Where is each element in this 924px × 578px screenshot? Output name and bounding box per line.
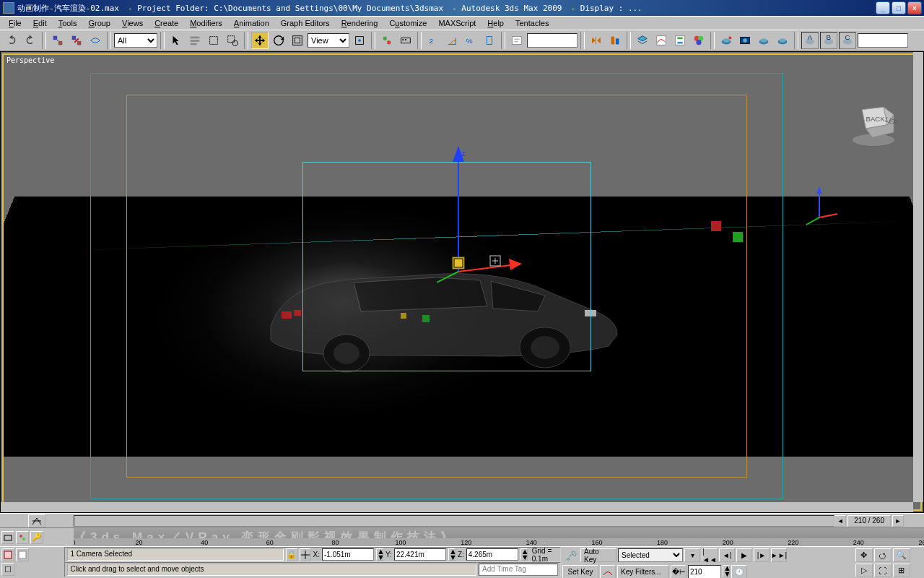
pan-view-button[interactable]: ✥ — [855, 548, 873, 562]
reactor-a-button[interactable]: A — [801, 32, 819, 49]
prev-frame-button[interactable]: ◄| — [719, 548, 735, 562]
ref-coord-dropdown[interactable]: View — [308, 33, 349, 48]
trackbar-key-button[interactable]: 🔑 — [30, 531, 43, 544]
viewport-scroll-v[interactable] — [913, 52, 923, 502]
zoom-extents-button[interactable]: ⛶ — [874, 564, 892, 577]
select-object-button[interactable] — [167, 32, 185, 49]
zoom-button[interactable]: 🔍 — [893, 548, 910, 562]
viewport-scroll-h[interactable] — [1, 502, 913, 512]
layer-manager-button[interactable] — [634, 32, 651, 49]
key-filters-button[interactable]: Key Filters... — [617, 565, 669, 578]
lock-selection-button[interactable]: 🔒 — [286, 548, 297, 561]
align-button[interactable] — [606, 32, 624, 49]
macro-recorder-button[interactable] — [16, 548, 29, 561]
curve-editor-button[interactable] — [653, 32, 670, 49]
menu-rendering[interactable]: Rendering — [337, 17, 383, 29]
undo-button[interactable] — [3, 32, 20, 49]
rotate-button[interactable] — [270, 32, 287, 49]
y-coord-input[interactable] — [394, 548, 446, 561]
trackbar-strip[interactable]: 《3ds Max／VRay 变形金刚影视效果制作技法》 020406080100… — [74, 528, 924, 546]
unlink-button[interactable] — [68, 32, 85, 49]
key-mode-toggle-button[interactable]: �⊢ — [671, 565, 687, 578]
selection-filter-dropdown[interactable]: All — [114, 33, 157, 48]
goto-start-button[interactable]: |◄◄ — [702, 548, 718, 562]
redo-button[interactable] — [22, 32, 39, 49]
menu-views[interactable]: Views — [118, 17, 147, 29]
timeslider-toggle-button[interactable] — [28, 514, 45, 527]
z-spinner[interactable]: ▲▼ — [520, 548, 528, 561]
menu-tentacles[interactable]: Tentacles — [511, 17, 553, 29]
time-slider-next[interactable]: ► — [892, 515, 904, 527]
render-last-button[interactable] — [774, 32, 791, 49]
menu-modifiers[interactable]: Modifiers — [186, 17, 227, 29]
close-button[interactable]: × — [907, 1, 922, 14]
next-frame-button[interactable]: |► — [754, 548, 770, 562]
menu-tools[interactable]: Tools — [54, 17, 82, 29]
keyboard-shortcut-button[interactable] — [397, 32, 414, 49]
material-editor-button[interactable] — [690, 32, 707, 49]
scale-button[interactable] — [289, 32, 306, 49]
mirror-button[interactable] — [588, 32, 605, 49]
time-config-button[interactable]: 🕘 — [731, 565, 747, 578]
x-coord-input[interactable] — [322, 548, 374, 561]
reactor-b-button[interactable]: B — [820, 32, 837, 49]
select-by-name-button[interactable] — [186, 32, 204, 49]
key-tangent-button[interactable] — [600, 565, 616, 578]
menu-create[interactable]: Create — [150, 17, 183, 29]
menu-group[interactable]: Group — [84, 17, 115, 29]
trackbar-filter-button[interactable] — [16, 531, 29, 544]
maxscript-listener-button[interactable] — [1, 548, 14, 561]
setkey-button[interactable]: Set Key — [562, 565, 598, 578]
menu-maxscript[interactable]: MAXScript — [434, 17, 480, 29]
key-mode-dropdown[interactable]: Selected — [618, 548, 683, 562]
frame-spinner[interactable]: ▲▼ — [723, 565, 730, 577]
comm-center-button[interactable]: ☐ — [1, 563, 14, 576]
goto-end-button[interactable]: ►►| — [771, 548, 787, 562]
autokey-button[interactable]: Auto Key — [580, 548, 616, 562]
zoom-all-button[interactable]: ⊞ — [893, 564, 910, 577]
menu-help[interactable]: Help — [483, 17, 508, 29]
menu-customize[interactable]: Customize — [385, 17, 431, 29]
y-spinner[interactable]: ▲▼ — [448, 548, 456, 561]
snap-percent-button[interactable]: % — [462, 32, 479, 49]
schematic-view-button[interactable] — [671, 32, 689, 49]
time-tag-input[interactable]: Add Time Tag — [479, 564, 558, 576]
reactor-c-button[interactable]: C — [839, 32, 856, 49]
viewcube[interactable]: BACK LEFT — [848, 98, 899, 149]
link-button[interactable] — [49, 32, 66, 49]
trackbar-open-button[interactable] — [1, 531, 14, 544]
time-slider-prev[interactable]: ◄ — [834, 515, 846, 527]
current-frame-input[interactable] — [688, 565, 721, 578]
window-crossing-button[interactable] — [224, 32, 241, 49]
snap-2d-button[interactable]: 2 — [424, 32, 442, 49]
named-selection-edit-button[interactable] — [508, 32, 526, 49]
absolute-relative-button[interactable] — [300, 548, 311, 561]
play-button[interactable]: ▶ — [736, 548, 752, 562]
time-slider-track[interactable] — [74, 515, 834, 527]
named-selection-input[interactable] — [527, 33, 578, 48]
menu-file[interactable]: File — [4, 17, 26, 29]
render-frame-button[interactable] — [736, 32, 754, 49]
manipulate-button[interactable] — [378, 32, 396, 49]
pivot-center-button[interactable] — [351, 32, 368, 49]
minimize-button[interactable]: _ — [876, 1, 890, 14]
snap-angle-button[interactable] — [443, 32, 461, 49]
arc-rotate-button[interactable]: ⭯ — [874, 548, 892, 562]
maximize-button[interactable]: □ — [892, 1, 906, 14]
x-spinner[interactable]: ▲▼ — [376, 548, 383, 561]
menu-graph-editors[interactable]: Graph Editors — [276, 17, 334, 29]
reactor-preset-input[interactable] — [858, 33, 908, 48]
fov-button[interactable]: ▷ — [855, 564, 873, 577]
menu-animation[interactable]: Animation — [230, 17, 274, 29]
z-coord-input[interactable] — [466, 548, 518, 561]
render-setup-button[interactable] — [718, 32, 735, 49]
render-production-button[interactable] — [755, 32, 772, 49]
time-slider-thumb[interactable]: 210 / 260 — [847, 515, 891, 527]
perspective-viewport[interactable]: Perspective z — [2, 53, 922, 511]
menu-edit[interactable]: Edit — [29, 17, 51, 29]
bind-spacewarp-button[interactable] — [87, 32, 104, 49]
set-key-flyout[interactable]: ▾ — [684, 548, 700, 562]
rectangle-select-button[interactable] — [205, 32, 222, 49]
move-button[interactable] — [251, 32, 269, 49]
spinner-snap-button[interactable] — [481, 32, 498, 49]
